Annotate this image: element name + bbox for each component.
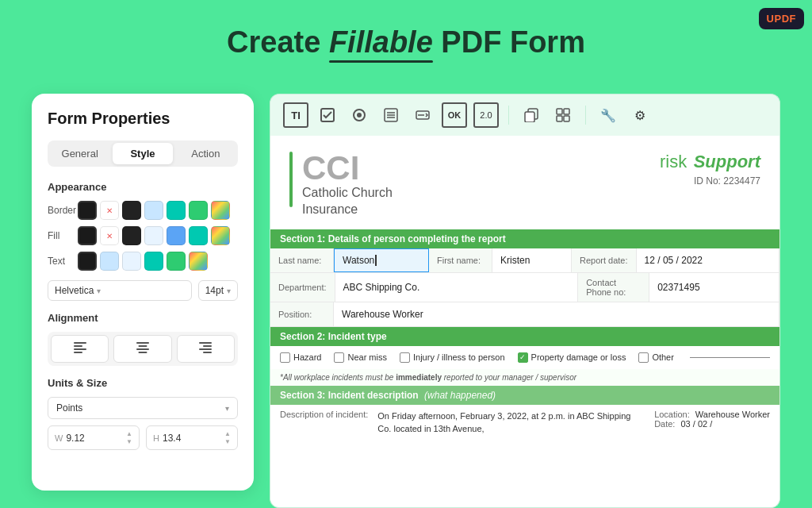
h-label: H: [153, 433, 159, 443]
align-buttons: [48, 332, 238, 366]
headline-prefix: Create: [227, 25, 329, 59]
swatch-teal-text[interactable]: [144, 252, 163, 271]
radio-icon[interactable]: [347, 102, 372, 128]
align-right-btn[interactable]: [177, 335, 235, 363]
toolbar: TI OK 2.0: [270, 94, 780, 136]
first-name-value[interactable]: Kristen: [492, 248, 572, 272]
other-line: [690, 357, 770, 358]
text-row: Text: [48, 252, 238, 271]
w-increment-icon[interactable]: ▲: [126, 430, 132, 438]
contact-label: Contact Phone no:: [578, 273, 649, 302]
swatch-teal-border[interactable]: [167, 201, 186, 220]
tab-style[interactable]: Style: [113, 143, 172, 164]
updf-logo-text: UPDF: [767, 13, 796, 25]
appearance-label: Appearance: [48, 181, 238, 193]
property-damage-checkbox[interactable]: ✓: [518, 352, 528, 363]
dropdown-icon[interactable]: [410, 102, 435, 128]
last-name-value[interactable]: Watson: [334, 248, 429, 272]
contact-value[interactable]: 02371495: [649, 273, 779, 302]
date-label: Date:: [654, 419, 675, 429]
swatch-green-text[interactable]: [167, 252, 186, 271]
swatch-rainbow-text[interactable]: [189, 252, 208, 271]
swatch-rainbow-border[interactable]: [211, 201, 230, 220]
other-checkbox[interactable]: [638, 352, 649, 363]
note-row: *All workplace incidents must be immedia…: [270, 369, 779, 386]
ok-button-icon[interactable]: OK: [442, 102, 467, 128]
headline-italic: Fillable: [329, 25, 433, 60]
swatch-light-border[interactable]: [144, 201, 163, 220]
tab-bar: General Style Action: [48, 140, 238, 167]
near-miss-checkbox[interactable]: [334, 352, 344, 363]
wrench-icon[interactable]: 🔧: [596, 102, 621, 128]
swatch-light-text[interactable]: [100, 252, 119, 271]
section3-title: Section 3: Incident description: [280, 390, 419, 401]
font-family-select[interactable]: Helvetica: [48, 280, 192, 301]
list-box-icon[interactable]: [378, 102, 404, 128]
font-size-select[interactable]: 14pt: [198, 280, 238, 301]
panel-title: Form Properties: [48, 110, 238, 128]
svg-rect-26: [564, 116, 569, 121]
tab-general[interactable]: General: [50, 143, 109, 164]
id-label: ID No:: [694, 175, 721, 187]
wh-row: W 9.12 ▲ ▼ H 13.4 ▲ ▼: [48, 425, 238, 450]
report-date-value[interactable]: 12 / 05 / 2022: [637, 248, 779, 272]
section3-subtitle: (what happened): [424, 390, 496, 401]
w-decrement-icon[interactable]: ▼: [126, 438, 132, 446]
updf-logo: UPDF: [759, 8, 804, 29]
form-properties-panel: Form Properties General Style Action App…: [32, 94, 254, 491]
injury-checkbox[interactable]: [400, 352, 410, 363]
other-item: Other: [638, 352, 674, 363]
units-dropdown[interactable]: Points ▾: [48, 397, 238, 419]
copy-icon[interactable]: [519, 102, 544, 128]
h-decrement-icon[interactable]: ▼: [224, 438, 231, 446]
signature-icon[interactable]: 2.0: [473, 102, 499, 128]
injury-item: Injury / illness to person: [400, 352, 505, 363]
tab-action[interactable]: Action: [176, 143, 236, 164]
border-label: Border: [48, 205, 78, 216]
swatch-blue-fill[interactable]: [167, 226, 186, 245]
checkbox-icon[interactable]: [315, 102, 340, 128]
swatch-none-border[interactable]: [100, 201, 119, 220]
units-size-label: Units & Size: [48, 377, 238, 389]
swatch-green-border[interactable]: [189, 201, 208, 220]
section2-header: Section 2: Incident type: [270, 327, 779, 346]
content-area: Form Properties General Style Action App…: [0, 94, 812, 508]
swatch-black-fill[interactable]: [78, 226, 97, 245]
swatch-dark-fill[interactable]: [122, 226, 141, 245]
hazard-checkbox[interactable]: [280, 352, 290, 363]
svg-rect-1: [74, 345, 82, 347]
swatch-rainbow-fill[interactable]: [211, 226, 230, 245]
grid-icon[interactable]: [550, 102, 576, 128]
h-increment-icon[interactable]: ▲: [224, 430, 231, 438]
text-field-icon[interactable]: TI: [283, 102, 308, 128]
form-row-position: Position: Warehouse Worker: [270, 302, 779, 327]
swatch-lightgray-text[interactable]: [122, 252, 141, 271]
position-value[interactable]: Warehouse Worker: [334, 302, 779, 326]
dept-value[interactable]: ABC Shipping Co.: [335, 273, 579, 302]
swatch-dark-border[interactable]: [122, 201, 141, 220]
svg-rect-4: [136, 342, 149, 344]
alignment-section: Alignment: [48, 312, 238, 366]
desc-location: Location: Warehouse Worker Date: 03 / 02…: [654, 410, 770, 436]
property-damage-item: ✓ Property damage or loss: [518, 352, 626, 363]
settings-icon[interactable]: ⚙: [627, 102, 653, 128]
width-field[interactable]: W 9.12 ▲ ▼: [48, 425, 140, 450]
svg-rect-3: [74, 352, 82, 353]
svg-rect-11: [203, 352, 212, 353]
logo-sub1: Catholic Church: [302, 185, 393, 202]
border-swatches: [78, 201, 230, 220]
align-left-btn[interactable]: [51, 335, 109, 363]
fill-label: Fill: [48, 230, 78, 241]
svg-point-14: [357, 113, 362, 117]
height-field[interactable]: H 13.4 ▲ ▼: [146, 425, 238, 450]
swatch-none-fill[interactable]: [100, 226, 119, 245]
swatch-black-border[interactable]: [78, 201, 97, 220]
note-text: *All workplace incidents must be immedia…: [280, 373, 576, 382]
swatch-teal2-fill[interactable]: [189, 226, 208, 245]
swatch-black-text[interactable]: [78, 252, 97, 271]
logo-inner: CCI Catholic Church Insurance: [302, 152, 393, 218]
h-stepper[interactable]: ▲ ▼: [224, 430, 231, 445]
swatch-lightgray-fill[interactable]: [144, 226, 163, 245]
w-stepper[interactable]: ▲ ▼: [126, 430, 132, 445]
align-center-btn[interactable]: [113, 335, 171, 363]
